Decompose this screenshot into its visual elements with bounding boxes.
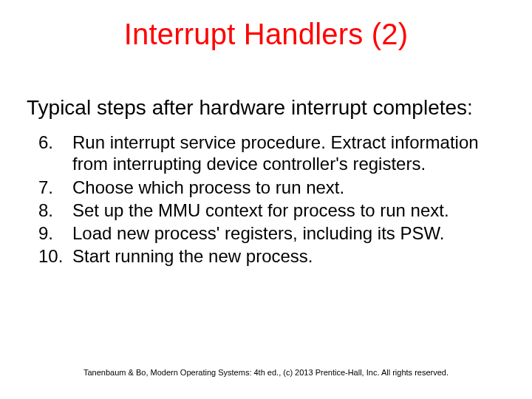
slide-subheading: Typical steps after hardware interrupt c…: [27, 96, 517, 120]
list-text: Set up the MMU context for process to ru…: [72, 200, 502, 221]
slide-footer: Tanenbaum & Bo, Modern Operating Systems…: [0, 368, 532, 377]
list-number: 9.: [38, 222, 72, 244]
list-text: Run interrupt service procedure. Extract…: [72, 132, 502, 175]
list-number: 10.: [38, 245, 72, 267]
list-item: 8. Set up the MMU context for process to…: [38, 200, 502, 221]
list-text: Load new process' registers, including i…: [72, 222, 502, 244]
list-number: 7.: [38, 177, 72, 198]
list-item: 6. Run interrupt service procedure. Extr…: [38, 132, 502, 175]
list-text: Start running the new process.: [72, 245, 502, 267]
slide: Interrupt Handlers (2) Typical steps aft…: [0, 0, 532, 399]
list-item: 9. Load new process' registers, includin…: [38, 222, 502, 244]
list-item: 7. Choose which process to run next.: [38, 177, 502, 198]
list-text: Choose which process to run next.: [72, 177, 502, 198]
slide-title: Interrupt Handlers (2): [0, 18, 532, 51]
step-list: 6. Run interrupt service procedure. Extr…: [38, 132, 502, 269]
list-item: 10. Start running the new process.: [38, 245, 502, 267]
list-number: 6.: [38, 132, 72, 175]
list-number: 8.: [38, 200, 72, 221]
